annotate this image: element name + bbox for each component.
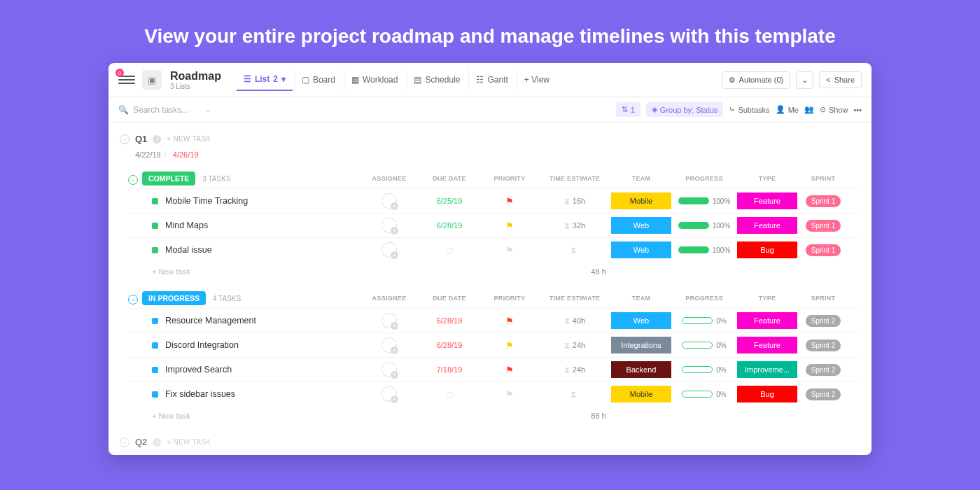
flag-icon[interactable]: ⚑ xyxy=(505,245,514,255)
task-row[interactable]: Resource Management 6/28/19 ⚑ ⧗40h Web 0… xyxy=(128,308,860,332)
calendar-icon[interactable]: ▢ xyxy=(446,246,453,255)
quarter-q1-header[interactable]: ⌄ Q1 i + NEW TASK xyxy=(120,130,860,148)
status-square-icon[interactable] xyxy=(152,342,158,349)
automate-dropdown[interactable]: ⌄ xyxy=(796,71,813,89)
collapse-icon[interactable]: ⌄ xyxy=(128,175,138,185)
due-date-cell[interactable]: 6/25/19 xyxy=(419,197,479,205)
tab-list[interactable]: ☰ List 2▾ xyxy=(237,69,293,91)
team-cell[interactable]: Web xyxy=(610,241,673,258)
group-header[interactable]: ⌄COMPLETE3 TASKSASSIGNEEDUE DATEPRIORITY… xyxy=(128,169,860,188)
priority-cell[interactable]: ⚑ xyxy=(479,316,540,326)
tab-gantt[interactable]: ☷Gantt xyxy=(468,69,514,90)
due-date-cell[interactable]: ▢ xyxy=(419,246,479,255)
type-cell[interactable]: Feature xyxy=(736,312,799,329)
flag-icon[interactable]: ⚑ xyxy=(505,365,514,375)
filter-pill[interactable]: ⇅1 xyxy=(616,102,640,117)
estimate-cell[interactable]: ⧗40h xyxy=(540,316,610,326)
assignee-cell[interactable] xyxy=(359,218,419,233)
task-name[interactable]: Mind Maps xyxy=(128,220,359,230)
priority-cell[interactable]: ⚑ xyxy=(479,340,540,351)
status-square-icon[interactable] xyxy=(152,223,158,229)
due-date-cell[interactable]: ▢ xyxy=(419,390,479,399)
share-button[interactable]: <Share xyxy=(819,71,862,88)
status-square-icon[interactable] xyxy=(152,198,158,204)
collapse-icon[interactable]: ⌄ xyxy=(128,295,138,304)
sprint-cell[interactable]: Sprint 1 xyxy=(799,195,848,207)
task-name[interactable]: Fix sidebar issues xyxy=(128,389,359,399)
status-square-icon[interactable] xyxy=(152,367,158,373)
flag-icon[interactable]: ⚑ xyxy=(505,389,514,400)
assignee-add-icon[interactable] xyxy=(382,362,397,377)
task-row[interactable]: Fix sidebar issues ▢ ⚑ ⧗ Mobile 0% Bug S… xyxy=(128,382,860,406)
flag-icon[interactable]: ⚑ xyxy=(505,316,514,326)
flag-icon[interactable]: ⚑ xyxy=(505,220,514,231)
task-name[interactable]: Modal issue xyxy=(128,245,359,255)
assignee-add-icon[interactable] xyxy=(382,242,397,258)
progress-cell[interactable]: 0% xyxy=(673,342,736,349)
search-input[interactable]: 🔍 Search tasks... ⌄ xyxy=(118,105,211,115)
task-row[interactable]: Improved Search 7/18/19 ⚑ ⧗24h Backend 0… xyxy=(128,357,860,382)
status-pill[interactable]: IN PROGRESS xyxy=(142,291,206,305)
progress-cell[interactable]: 0% xyxy=(673,391,736,398)
team-cell[interactable]: Web xyxy=(610,312,673,329)
priority-cell[interactable]: ⚑ xyxy=(479,365,540,375)
progress-cell[interactable]: 100% xyxy=(673,197,736,205)
type-cell[interactable]: Feature xyxy=(736,192,799,209)
subtasks-toggle[interactable]: ⤷Subtasks xyxy=(729,105,769,114)
show-toggle[interactable]: ⊙Show xyxy=(820,105,848,114)
assignee-add-icon[interactable] xyxy=(382,337,397,353)
type-cell[interactable]: Feature xyxy=(736,337,799,354)
sprint-cell[interactable]: Sprint 2 xyxy=(799,340,848,351)
assignee-add-icon[interactable] xyxy=(382,313,397,328)
quarter-q2-header[interactable]: ⌄ Q2 i + NEW TASK xyxy=(120,433,860,451)
groupby-pill[interactable]: ◈Group by: Status xyxy=(646,102,724,117)
type-cell[interactable]: Improveme... xyxy=(736,361,799,378)
estimate-cell[interactable]: ⧗ xyxy=(540,389,610,399)
estimate-cell[interactable]: ⧗16h xyxy=(540,196,610,206)
assignee-cell[interactable] xyxy=(359,193,419,209)
estimate-cell[interactable]: ⧗32h xyxy=(540,220,610,230)
assignee-cell[interactable] xyxy=(359,242,419,258)
add-view-button[interactable]: + View xyxy=(517,69,556,90)
status-pill[interactable]: COMPLETE xyxy=(142,172,195,186)
assignee-cell[interactable] xyxy=(359,386,419,402)
task-name[interactable]: Resource Management xyxy=(128,316,359,326)
info-icon[interactable]: i xyxy=(153,135,161,144)
team-cell[interactable]: Mobile xyxy=(610,386,673,402)
tab-schedule[interactable]: ▤Schedule xyxy=(406,69,467,90)
sprint-cell[interactable]: Sprint 1 xyxy=(799,220,848,232)
progress-cell[interactable]: 100% xyxy=(673,222,736,230)
type-cell[interactable]: Bug xyxy=(736,241,799,258)
tab-board[interactable]: ▢Board xyxy=(294,69,342,90)
task-name[interactable]: Mobile Time Tracking xyxy=(128,196,359,206)
team-cell[interactable]: Integrations xyxy=(610,337,673,354)
assignee-add-icon[interactable] xyxy=(382,386,397,402)
status-square-icon[interactable] xyxy=(152,391,158,398)
tab-workload[interactable]: ▦Workload xyxy=(344,69,405,90)
team-cell[interactable]: Mobile xyxy=(610,192,673,209)
assignee-add-icon[interactable] xyxy=(382,218,397,233)
assignee-cell[interactable] xyxy=(359,362,419,377)
new-task-row[interactable]: + New task88 h xyxy=(128,406,860,423)
status-square-icon[interactable] xyxy=(152,247,158,253)
assignee-cell[interactable] xyxy=(359,313,419,328)
task-row[interactable]: Modal issue ▢ ⚑ ⧗ Web 100% Bug Sprint 1 xyxy=(128,237,860,262)
team-cell[interactable]: Web xyxy=(610,217,673,234)
me-filter[interactable]: 👤Me xyxy=(776,105,799,114)
due-date-cell[interactable]: 6/28/19 xyxy=(419,316,479,325)
task-name[interactable]: Discord Integration xyxy=(128,340,359,350)
priority-cell[interactable]: ⚑ xyxy=(479,220,540,231)
team-cell[interactable]: Backend xyxy=(610,361,673,378)
sprint-cell[interactable]: Sprint 2 xyxy=(799,364,848,376)
new-task-q2[interactable]: + NEW TASK xyxy=(167,438,211,446)
task-name[interactable]: Improved Search xyxy=(128,365,359,374)
flag-icon[interactable]: ⚑ xyxy=(505,340,514,351)
menu-icon[interactable]: 0 xyxy=(118,71,135,88)
info-icon[interactable]: i xyxy=(153,438,161,447)
sprint-cell[interactable]: Sprint 2 xyxy=(799,388,848,400)
estimate-cell[interactable]: ⧗ xyxy=(540,245,610,255)
priority-cell[interactable]: ⚑ xyxy=(479,245,540,255)
new-task-row[interactable]: + New task48 h xyxy=(128,262,860,279)
assignee-filter[interactable]: 👥 xyxy=(804,105,814,114)
task-row[interactable]: Mobile Time Tracking 6/25/19 ⚑ ⧗16h Mobi… xyxy=(128,188,860,213)
